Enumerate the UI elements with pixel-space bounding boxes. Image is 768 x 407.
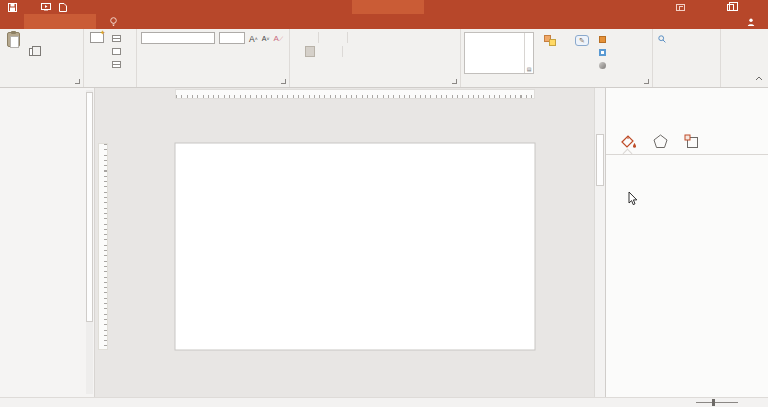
start-slideshow-icon[interactable] xyxy=(41,3,51,11)
columns-button[interactable] xyxy=(346,46,356,57)
save-icon[interactable] xyxy=(8,3,17,12)
layout-button[interactable] xyxy=(109,32,130,45)
paragraph-dialog-launcher[interactable] xyxy=(452,79,457,84)
shapes-gallery-scrollbar[interactable]: ▤ xyxy=(524,33,533,73)
reset-button[interactable] xyxy=(109,45,130,58)
paste-icon xyxy=(7,32,20,47)
mouse-cursor xyxy=(628,192,638,206)
ribbon-spacer xyxy=(721,29,768,87)
replace-button[interactable] xyxy=(658,47,720,59)
group-drawing: ▤ ✎ xyxy=(461,29,653,87)
group-paragraph xyxy=(290,29,461,87)
font-dialog-launcher[interactable] xyxy=(281,79,286,84)
slide-thumbnail-pane xyxy=(0,88,95,397)
align-left-button[interactable] xyxy=(293,46,303,57)
title-bar xyxy=(0,0,768,14)
status-bar xyxy=(0,397,768,407)
collapse-ribbon-icon xyxy=(755,76,763,81)
align-right-button[interactable] xyxy=(317,46,327,57)
tab-format[interactable] xyxy=(24,14,96,29)
select-button[interactable] xyxy=(658,61,720,73)
minimize-button[interactable] xyxy=(693,0,718,14)
v-ruler-numbers xyxy=(99,144,107,349)
section-button[interactable] xyxy=(109,58,130,71)
new-slide-button[interactable] xyxy=(84,29,109,87)
font-size-combobox[interactable] xyxy=(219,32,245,44)
close-button[interactable] xyxy=(743,0,768,14)
quick-styles-icon: ✎ xyxy=(575,35,589,46)
clipboard-dialog-launcher[interactable] xyxy=(75,79,80,84)
decrease-indent-button[interactable] xyxy=(322,32,332,43)
collapse-ribbon-button[interactable] xyxy=(755,74,763,83)
bullets-button[interactable] xyxy=(293,32,303,43)
thumbnail-scrollbar-thumb[interactable] xyxy=(86,92,93,322)
zoom-slider-knob[interactable] xyxy=(712,399,715,406)
increase-indent-button[interactable] xyxy=(334,32,344,43)
arrange-button[interactable] xyxy=(537,32,565,87)
group-editing xyxy=(653,29,721,87)
group-font: A˄ A˅ A⟋ xyxy=(137,29,290,87)
decrease-font-size-button[interactable]: A˅ xyxy=(262,33,270,44)
editing-canvas xyxy=(95,88,594,397)
account-area xyxy=(735,14,768,29)
ribbon-display-options-button[interactable] xyxy=(668,0,693,14)
fill-line-icon[interactable] xyxy=(620,134,637,149)
window-buttons xyxy=(668,0,768,14)
shape-fill-button[interactable] xyxy=(599,33,612,45)
size-properties-icon[interactable] xyxy=(684,134,699,149)
numbering-button[interactable] xyxy=(305,32,315,43)
increase-font-size-button[interactable]: A˄ xyxy=(249,33,258,44)
shape-outline-button[interactable] xyxy=(599,46,612,58)
zoom-slider[interactable] xyxy=(696,402,738,403)
format-shape-panel xyxy=(605,88,768,397)
new-slide-icon xyxy=(90,32,104,43)
line-spacing-button[interactable] xyxy=(351,32,361,43)
shapes-gallery: ▤ xyxy=(464,32,534,74)
shape-effects-button[interactable] xyxy=(599,59,612,71)
drawing-dialog-launcher[interactable] xyxy=(644,79,649,84)
group-clipboard xyxy=(0,29,84,87)
tell-me-box[interactable] xyxy=(110,14,121,29)
cut-button[interactable] xyxy=(26,32,45,45)
slide-canvas-svg xyxy=(95,88,594,397)
canvas-scrollbar-thumb[interactable] xyxy=(596,134,604,186)
format-painter-button xyxy=(26,58,45,71)
person-icon xyxy=(747,18,755,26)
justify-button[interactable] xyxy=(329,46,339,57)
canvas-vertical-scrollbar[interactable] xyxy=(594,88,605,397)
effects-icon[interactable] xyxy=(653,134,668,149)
quick-access-toolbar xyxy=(8,3,75,12)
thumbnail-scrollbar[interactable] xyxy=(86,90,93,394)
align-text-button[interactable] xyxy=(365,45,371,57)
shapes-gallery-cells xyxy=(465,33,524,73)
ribbon: A˄ A˅ A⟋ xyxy=(0,29,768,88)
quick-styles-button[interactable]: ✎ xyxy=(568,32,596,87)
share-button[interactable] xyxy=(747,18,758,26)
contextual-tab-group-label xyxy=(352,0,424,14)
restore-button[interactable] xyxy=(718,0,743,14)
lightbulb-icon xyxy=(110,17,117,27)
find-button[interactable] xyxy=(658,33,720,45)
reset-icon xyxy=(112,48,121,55)
find-icon xyxy=(658,35,666,43)
slide-surface[interactable] xyxy=(175,143,535,350)
copy-button[interactable] xyxy=(26,45,45,58)
shape-effects-icon xyxy=(599,62,606,69)
vertical-ruler xyxy=(98,143,108,350)
text-direction-button[interactable] xyxy=(365,32,371,44)
clear-formatting-button[interactable]: A⟋ xyxy=(274,33,284,44)
shape-outline-icon xyxy=(599,49,606,56)
new-document-icon[interactable] xyxy=(59,3,67,12)
shape-fill-icon xyxy=(599,36,606,43)
paste-button[interactable] xyxy=(0,29,26,87)
layout-icon xyxy=(112,35,121,42)
copy-icon xyxy=(29,48,36,56)
tab-file[interactable] xyxy=(0,14,24,29)
section-icon xyxy=(112,61,121,68)
font-family-combobox[interactable] xyxy=(141,32,215,44)
ribbon-tab-row xyxy=(0,14,768,29)
arrange-icon xyxy=(544,35,558,48)
convert-smartart-button xyxy=(365,58,371,70)
align-center-button[interactable] xyxy=(305,46,315,57)
group-slides xyxy=(84,29,137,87)
